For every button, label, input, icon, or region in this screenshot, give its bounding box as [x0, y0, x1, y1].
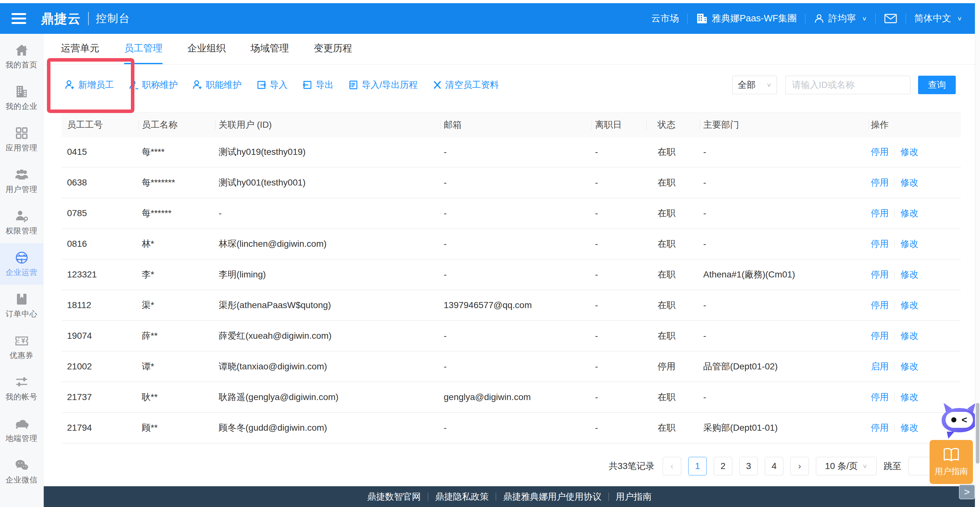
import-label: 导入 — [270, 79, 288, 91]
import-button[interactable]: 导入 — [256, 79, 288, 91]
disable-link[interactable]: 停用 — [871, 238, 889, 250]
tab-site-management[interactable]: 场域管理 — [251, 34, 289, 64]
enable-link[interactable]: 启用 — [871, 360, 889, 373]
edit-link[interactable]: 修改 — [900, 207, 918, 219]
sidebar-item-orders[interactable]: 订单中心 — [0, 285, 43, 326]
disable-link[interactable]: 停用 — [871, 330, 889, 342]
cell-actions: 停用修改 — [869, 260, 961, 290]
toolbar: 新增员工职称维护职能维护导入导出导入/导出历程清空员工资料 全部 ∨ 查询 — [44, 64, 975, 105]
page-button-3[interactable]: 3 — [739, 457, 758, 475]
cell-linked_user: 李明(liming) — [215, 260, 441, 290]
page-title: 控制台 — [96, 11, 130, 26]
disable-link[interactable]: 停用 — [871, 207, 889, 219]
action-divider — [894, 148, 895, 156]
messages-button[interactable] — [884, 13, 897, 24]
user-guide-button[interactable]: 用户指南 — [929, 440, 973, 484]
footer-link-1[interactable]: 鼎捷隐私政策 — [435, 491, 489, 503]
cell-linked_user: 谭晓(tanxiao@digiwin.com) — [215, 352, 441, 381]
function-maintenance-button[interactable]: 职能维护 — [192, 79, 242, 91]
footer-link-2[interactable]: 鼎捷雅典娜用户使用协议 — [503, 491, 601, 503]
cell-department: - — [700, 229, 869, 259]
edit-link[interactable]: 修改 — [900, 177, 918, 189]
disable-link[interactable]: 停用 — [871, 391, 889, 403]
cell-status: 停用 — [647, 352, 700, 381]
cell-name: 每****** — [138, 198, 215, 228]
cell-actions: 停用修改 — [869, 290, 961, 320]
collapse-arrow-button[interactable]: > — [959, 485, 975, 499]
language-switcher[interactable]: 简体中文 ∨ — [914, 12, 962, 25]
sidebar-item-apps[interactable]: 应用管理 — [0, 119, 43, 160]
cell-department: 品管部(Dept01-02) — [700, 352, 869, 381]
title-maintenance-button[interactable]: 职称维护 — [129, 79, 178, 91]
disable-link[interactable]: 停用 — [871, 177, 889, 189]
page-button-2[interactable]: 2 — [714, 457, 732, 475]
footer-link-0[interactable]: 鼎捷数智官网 — [367, 491, 421, 503]
tab-change-history[interactable]: 变更历程 — [314, 34, 352, 64]
org-switcher[interactable]: 雅典娜Paas-WF集團 — [696, 12, 797, 25]
add-employee-button[interactable]: 新增员工 — [65, 79, 114, 91]
hamburger-menu-icon[interactable] — [11, 13, 26, 24]
mascot-face: < — [945, 412, 973, 428]
disable-link[interactable]: 停用 — [871, 299, 889, 311]
sidebar-item-coupons[interactable]: 优惠券 — [0, 326, 43, 368]
export-button[interactable]: 导出 — [302, 79, 334, 91]
tab-operating-unit[interactable]: 运营单元 — [61, 34, 99, 64]
edit-link[interactable]: 修改 — [900, 330, 918, 342]
sidebar-item-label: 我的首页 — [6, 60, 38, 70]
cell-department: - — [700, 137, 869, 167]
edit-link[interactable]: 修改 — [900, 360, 918, 373]
assistant-mascot[interactable]: < — [941, 403, 979, 436]
sidebar-item-home[interactable]: 我的首页 — [0, 36, 43, 77]
cell-id: 0415 — [62, 137, 138, 167]
footer-link-3[interactable]: 用户指南 — [616, 491, 652, 503]
cell-name: 林* — [138, 229, 215, 259]
scrollbar-thumb[interactable] — [976, 403, 979, 464]
sidebar-item-wechat[interactable]: 企业微信 — [0, 451, 43, 492]
clear-employee-data-button[interactable]: 清空员工资料 — [433, 79, 499, 91]
sidebar-item-permissions[interactable]: 权限管理 — [0, 202, 43, 243]
disable-link[interactable]: 停用 — [871, 268, 889, 281]
vertical-scrollbar[interactable] — [975, 0, 980, 507]
user-key-icon — [15, 209, 29, 223]
edit-link[interactable]: 修改 — [900, 268, 918, 281]
edit-link[interactable]: 修改 — [900, 238, 918, 250]
apps-grid-icon — [15, 126, 29, 140]
sidebar-item-users[interactable]: 用户管理 — [0, 160, 43, 202]
cell-status: 在职 — [647, 382, 700, 412]
sidebar-item-local[interactable]: 地端管理 — [0, 409, 43, 451]
clear-employee-data-label: 清空员工资料 — [445, 79, 499, 91]
disable-link[interactable]: 停用 — [871, 422, 889, 434]
action-divider — [894, 240, 895, 248]
page-button-1[interactable]: 1 — [688, 457, 707, 475]
edit-link[interactable]: 修改 — [900, 146, 918, 158]
footer-divider — [608, 493, 609, 501]
cell-status: 在职 — [647, 198, 700, 228]
tab-employee-management[interactable]: 员工管理 — [124, 34, 162, 64]
column-header-0: 员工工号 — [62, 113, 138, 137]
mascot-head: < — [942, 408, 977, 432]
sidebar-item-account[interactable]: 我的帐号 — [0, 368, 43, 409]
sidebar-item-operations[interactable]: 企业运营 — [0, 243, 43, 285]
page-size-select[interactable]: 10 条/页 ∨ — [816, 457, 877, 475]
next-page-button[interactable]: › — [791, 457, 809, 475]
import-export-history-button[interactable]: 导入/导出历程 — [348, 79, 418, 91]
edit-link[interactable]: 修改 — [900, 299, 918, 311]
cell-email: - — [441, 229, 592, 259]
cell-department: Athena#1(廠務)(Cm01) — [700, 260, 869, 290]
sidebar-item-company[interactable]: 我的企业 — [0, 77, 43, 119]
tab-org-structure[interactable]: 企业组织 — [188, 34, 226, 64]
edit-link[interactable]: 修改 — [900, 391, 918, 403]
prev-page-button[interactable]: ‹ — [663, 457, 681, 475]
clear-x-icon — [433, 80, 442, 90]
filter-select[interactable]: 全部 ∨ — [732, 76, 777, 94]
action-divider — [894, 270, 895, 279]
page-button-4[interactable]: 4 — [765, 457, 783, 475]
search-input[interactable] — [785, 76, 910, 94]
disable-link[interactable]: 停用 — [871, 146, 889, 158]
edit-link[interactable]: 修改 — [900, 422, 918, 434]
user-menu[interactable]: 許均寧 ∨ — [814, 12, 867, 25]
search-button[interactable]: 查询 — [918, 76, 956, 94]
cell-name: 谭* — [138, 352, 215, 381]
cloud-market-link[interactable]: 云市场 — [651, 12, 679, 25]
export-label: 导出 — [316, 79, 334, 91]
